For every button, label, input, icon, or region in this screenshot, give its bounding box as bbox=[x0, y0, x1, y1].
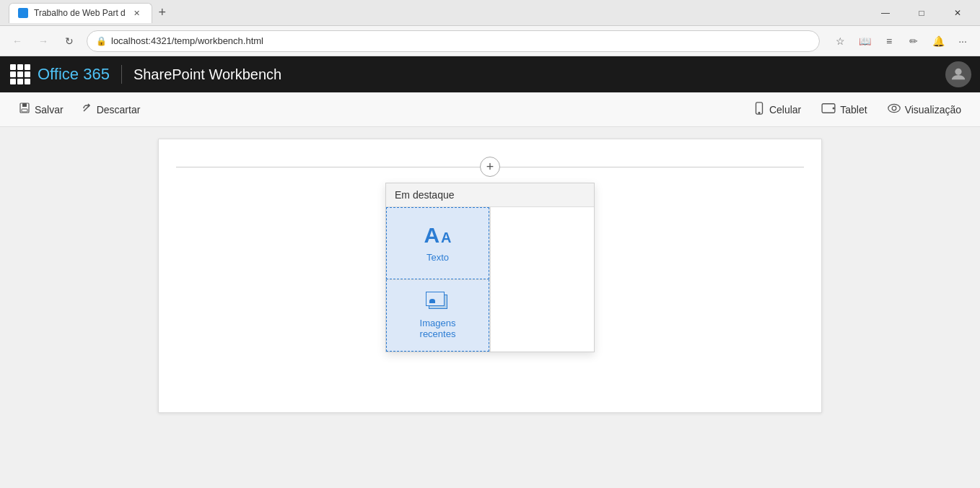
app-grid-button[interactable] bbox=[9, 63, 32, 86]
svg-rect-3 bbox=[22, 109, 27, 112]
browser-navbar: ← → ↻ 🔒 localhost:4321/temp/workbench.ht… bbox=[0, 26, 980, 56]
web-note-button[interactable]: ✏ bbox=[902, 30, 925, 53]
nav-right-buttons: ☆ 📖 ≡ ✏ 🔔 ··· bbox=[828, 30, 974, 53]
address-bar[interactable]: 🔒 localhost:4321/temp/workbench.html bbox=[87, 30, 820, 52]
minimize-button[interactable]: — bbox=[869, 0, 902, 26]
close-button[interactable]: ✕ bbox=[941, 0, 974, 26]
browser-titlebar: Trabalho de Web Part d ✕ + — □ ✕ bbox=[0, 0, 980, 26]
main-content: + Em destaque AA bbox=[0, 127, 980, 488]
office365-title: Office 365 bbox=[38, 65, 110, 84]
picker-item-text[interactable]: AA Texto bbox=[386, 207, 489, 279]
mobile-icon bbox=[753, 102, 765, 117]
app-header: Office 365 SharePoint Workbench bbox=[0, 56, 980, 92]
save-icon bbox=[19, 103, 30, 117]
window-controls: — □ ✕ bbox=[869, 0, 974, 26]
sharepoint-title: SharePoint Workbench bbox=[134, 66, 281, 83]
reading-view-button[interactable]: 📖 bbox=[853, 30, 876, 53]
toolbar-right: Celular Tablet Visualização bbox=[746, 97, 968, 121]
picker-grid: AA Texto bbox=[386, 207, 594, 352]
svg-point-9 bbox=[892, 106, 896, 110]
url-text: localhost:4321/temp/workbench.html bbox=[111, 35, 263, 46]
discard-label: Descartar bbox=[97, 104, 141, 116]
hub-button[interactable]: ≡ bbox=[878, 30, 901, 53]
discard-icon bbox=[81, 103, 92, 117]
picker-header: Em destaque bbox=[386, 183, 594, 207]
tab-close-button[interactable]: ✕ bbox=[131, 7, 143, 19]
picker-item-images[interactable]: Imagensrecentes bbox=[386, 279, 489, 352]
svg-point-0 bbox=[955, 69, 961, 75]
svg-point-7 bbox=[834, 108, 835, 109]
maximize-button[interactable]: □ bbox=[905, 0, 938, 26]
page-canvas: + Em destaque AA bbox=[158, 139, 822, 413]
notification-button[interactable]: 🔔 bbox=[927, 30, 950, 53]
picker-right-panel bbox=[490, 207, 594, 352]
images-label: Imagensrecentes bbox=[420, 318, 456, 339]
text-label: Texto bbox=[426, 252, 449, 263]
tablet-label: Tablet bbox=[840, 104, 867, 116]
save-button[interactable]: Salvar bbox=[12, 98, 71, 121]
tablet-view-button[interactable]: Tablet bbox=[814, 98, 874, 121]
add-section-button[interactable]: + bbox=[480, 157, 500, 177]
svg-point-8 bbox=[888, 104, 899, 112]
add-section-row: + bbox=[176, 157, 804, 177]
picker-empty-area bbox=[491, 207, 594, 352]
user-avatar[interactable] bbox=[945, 61, 971, 87]
svg-point-5 bbox=[758, 112, 760, 113]
preview-button[interactable]: Visualização bbox=[880, 99, 968, 120]
favorites-button[interactable]: ☆ bbox=[828, 30, 852, 53]
mobile-label: Celular bbox=[769, 104, 801, 116]
back-button[interactable]: ← bbox=[6, 30, 29, 53]
picker-container: Em destaque AA Texto bbox=[385, 183, 595, 352]
tablet-icon bbox=[821, 103, 836, 116]
grid-icon bbox=[10, 64, 30, 84]
more-button[interactable]: ··· bbox=[951, 30, 974, 53]
preview-icon bbox=[888, 103, 901, 116]
new-tab-button[interactable]: + bbox=[152, 3, 172, 23]
text-icon: AA bbox=[424, 225, 451, 246]
save-label: Salvar bbox=[35, 104, 64, 116]
tab-title: Trabalho de Web Part d bbox=[34, 8, 126, 18]
svg-rect-2 bbox=[22, 103, 27, 107]
images-icon bbox=[426, 292, 450, 312]
discard-button[interactable]: Descartar bbox=[74, 98, 148, 121]
refresh-button[interactable]: ↻ bbox=[58, 30, 81, 53]
preview-label: Visualização bbox=[905, 104, 961, 116]
forward-button[interactable]: → bbox=[32, 30, 55, 53]
browser-tab[interactable]: Trabalho de Web Part d ✕ bbox=[9, 3, 152, 23]
mobile-view-button[interactable]: Celular bbox=[746, 97, 808, 121]
toolbar: Salvar Descartar Celular bbox=[0, 92, 980, 127]
webpart-picker: Em destaque AA Texto bbox=[385, 183, 595, 352]
lock-icon: 🔒 bbox=[96, 36, 107, 46]
tab-favicon bbox=[18, 8, 28, 18]
header-divider bbox=[121, 65, 122, 84]
